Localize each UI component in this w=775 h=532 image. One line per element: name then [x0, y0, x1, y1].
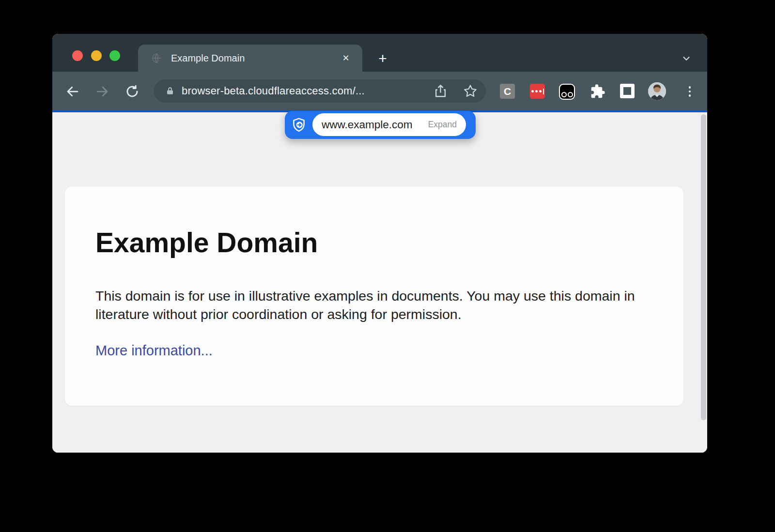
- goggles-extension-icon[interactable]: [559, 84, 575, 100]
- globe-favicon-icon: [152, 53, 162, 63]
- chevron-down-icon[interactable]: [680, 52, 693, 65]
- tab-close-icon[interactable]: ✕: [339, 51, 353, 65]
- page-paragraph: This domain is for use in illustrative e…: [95, 287, 652, 323]
- overlay-domain-field[interactable]: www.example.com Expand: [312, 113, 466, 136]
- url-text: browser-beta.cloudflareaccess.com/...: [182, 85, 365, 97]
- overlay-domain-text: www.example.com: [322, 119, 413, 131]
- new-tab-button[interactable]: +: [374, 50, 391, 67]
- page-title: Example Domain: [95, 227, 318, 259]
- window-minimize-button[interactable]: [91, 50, 102, 61]
- tab-title: Example Domain: [171, 53, 339, 64]
- password-manager-extension-icon[interactable]: [530, 84, 545, 99]
- share-icon[interactable]: [433, 84, 447, 98]
- browser-tab[interactable]: Example Domain ✕: [138, 45, 362, 72]
- reload-button[interactable]: [124, 83, 140, 100]
- content-card: Example Domain This domain is for use in…: [65, 187, 683, 406]
- extensions-puzzle-icon[interactable]: [590, 84, 605, 99]
- more-information-link[interactable]: More information...: [95, 343, 213, 359]
- bookmark-star-icon[interactable]: [463, 84, 478, 98]
- tab-strip: Example Domain ✕ +: [52, 34, 707, 72]
- back-button[interactable]: [64, 83, 81, 100]
- browser-menu-icon[interactable]: [682, 83, 698, 100]
- window-close-button[interactable]: [72, 50, 83, 61]
- lock-icon: [166, 86, 174, 96]
- shield-arrow-icon: [292, 118, 306, 132]
- profile-avatar[interactable]: [648, 82, 666, 100]
- scrollbar[interactable]: [701, 114, 706, 420]
- browser-toolbar: browser-beta.cloudflareaccess.com/... C: [52, 72, 707, 110]
- extension-c-icon[interactable]: C: [500, 84, 515, 99]
- forward-button[interactable]: [94, 83, 110, 100]
- address-bar[interactable]: browser-beta.cloudflareaccess.com/...: [154, 79, 486, 103]
- window-zoom-button[interactable]: [109, 50, 120, 61]
- overlay-expand-button[interactable]: Expand: [428, 120, 457, 130]
- domain-overlay-pill[interactable]: www.example.com Expand: [285, 111, 476, 139]
- browser-window: Example Domain ✕ +: [52, 34, 707, 453]
- page-viewport: Example Domain This domain is for use in…: [52, 112, 707, 453]
- side-panel-icon[interactable]: [620, 84, 635, 98]
